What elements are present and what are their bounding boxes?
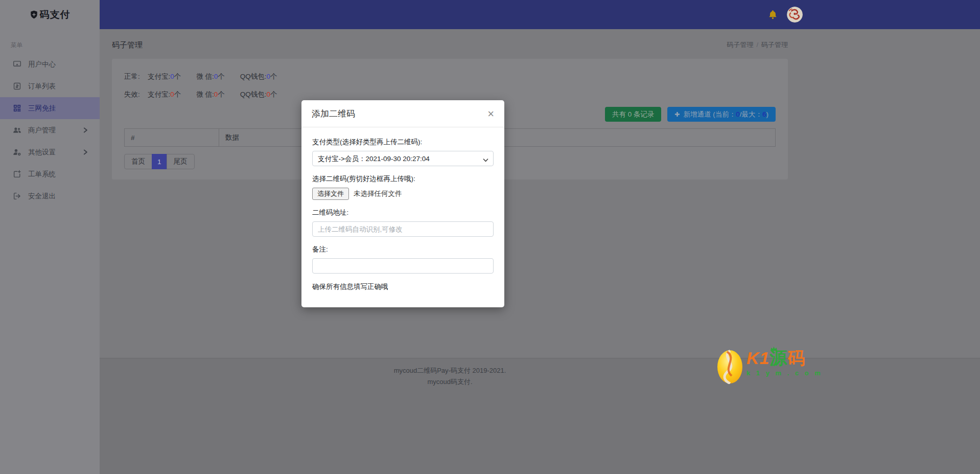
pagination-last[interactable]: 尾页: [167, 154, 195, 169]
crown-icon: [770, 344, 778, 349]
qrcode-icon: [13, 104, 21, 112]
note-label: 备注:: [312, 245, 494, 254]
sidebar-item-label: 其他设置: [28, 148, 56, 157]
stat-alipay: 支付宝:0个: [148, 72, 181, 81]
pay-type-label: 支付类型(选择好类型再上传二维码):: [312, 138, 494, 147]
qr-address-label: 二维码地址:: [312, 208, 494, 217]
sidebar-item-label: 用户中心: [28, 60, 56, 69]
sidebar-item-three-net[interactable]: 三网免挂: [0, 97, 100, 119]
chevron-right-icon: [83, 149, 88, 154]
stat-wechat: 微 信:0个: [196, 72, 225, 81]
ticket-icon: [13, 170, 21, 178]
app-logo-text: 码支付: [40, 8, 71, 21]
pay-type-select[interactable]: 支付宝->会员：2021-09-30 20:27:04: [312, 151, 494, 166]
choose-file-button[interactable]: 选择文件: [312, 188, 349, 200]
modal-hint-text: 确保所有信息填写正确哦: [312, 282, 494, 291]
pagination: 首页 1 尾页: [124, 154, 195, 169]
stat-qq-count: 0: [267, 73, 271, 80]
sidebar-item-user-center[interactable]: 用户中心: [0, 53, 100, 75]
footer-line-2: mycoud码支付.: [112, 376, 788, 388]
qr-select-label: 选择二维码(剪切好边框再上传哦):: [312, 174, 494, 184]
user-avatar[interactable]: [787, 7, 803, 22]
watermark: K1源码 k 1 y m . c o m: [717, 348, 823, 384]
sidebar-item-other-settings[interactable]: 其他设置: [0, 141, 100, 163]
max-channel-count: 6: [762, 110, 766, 118]
monitor-icon: [13, 60, 21, 69]
stat-alipay: 支付宝:0个: [148, 90, 181, 99]
stats-row-invalid: 失效: 支付宝:0个 微 信:0个 QQ钱包:0个: [124, 89, 776, 100]
stats-row-normal: 正常: 支付宝:0个 微 信:0个 QQ钱包:0个: [124, 71, 776, 82]
breadcrumb-parent[interactable]: 码子管理: [727, 41, 753, 49]
stat-qq: QQ钱包:0个: [240, 72, 277, 81]
add-qrcode-modal: 添加二维码 × 支付类型(选择好类型再上传二维码): 支付宝->会员：2021-…: [301, 100, 504, 307]
sidebar-item-label: 工单系统: [28, 170, 56, 179]
stat-qq-count: 0: [267, 91, 271, 98]
sidebar-item-merchants[interactable]: 商户管理: [0, 119, 100, 141]
file-status-text: 未选择任何文件: [354, 189, 402, 198]
stat-row-label: 正常:: [124, 72, 148, 81]
watermark-domain: k 1 y m . c o m: [746, 369, 823, 377]
footer: mycoud二维码Pay-码支付 2019-2021. mycoud码支付.: [100, 358, 980, 474]
sidebar-item-label: 商户管理: [28, 126, 56, 135]
breadcrumb-separator: /: [756, 41, 758, 49]
breadcrumb-current: 码子管理: [761, 41, 788, 49]
sidebar: 码支付 菜单 用户中心 订单列表 三网免挂 商户管理: [0, 0, 100, 474]
note-input[interactable]: [312, 258, 494, 274]
stat-qq: QQ钱包:0个: [240, 90, 277, 99]
shield-star-icon: [30, 10, 38, 19]
sidebar-item-label: 三网免挂: [28, 104, 56, 113]
sidebar-item-label: 安全退出: [28, 192, 56, 201]
chevron-right-icon: [83, 127, 88, 132]
app-window: 码支付 菜单 用户中心 订单列表 三网免挂 商户管理: [0, 0, 980, 474]
watermark-brand: K1源码: [746, 348, 823, 368]
stat-alipay-count: 0: [170, 73, 174, 80]
sidebar-item-label: 订单列表: [28, 82, 56, 91]
sidebar-item-logout[interactable]: 安全退出: [0, 185, 100, 207]
menu-section-label: 菜单: [11, 41, 100, 49]
stat-row-label: 失效:: [124, 90, 148, 99]
records-count-button[interactable]: 共有 0 条记录: [605, 107, 662, 122]
qr-address-input[interactable]: [312, 221, 494, 237]
close-icon[interactable]: ×: [487, 109, 494, 119]
current-channel-count: 0: [736, 110, 740, 118]
avatar-image: [787, 7, 803, 22]
main-content: 码子管理 码子管理/码子管理 正常: 支付宝:0个 微 信:0个 QQ钱包:0个…: [100, 29, 980, 474]
merchants-icon: [13, 126, 21, 134]
footer-line-1: mycoud二维码Pay-码支付 2019-2021.: [112, 365, 788, 376]
pagination-first[interactable]: 首页: [124, 154, 152, 169]
user-gear-icon: [13, 148, 21, 156]
pagination-page-1[interactable]: 1: [152, 154, 167, 169]
app-logo[interactable]: 码支付: [0, 0, 100, 29]
stat-alipay-count: 0: [170, 91, 174, 98]
column-header-index: #: [125, 129, 219, 147]
logout-icon: [13, 192, 21, 200]
breadcrumb: 码子管理/码子管理: [727, 40, 788, 50]
page-title: 码子管理: [112, 40, 143, 50]
plus-icon: [674, 111, 680, 117]
stat-wechat: 微 信:0个: [196, 90, 225, 99]
order-list-icon: [13, 82, 21, 91]
sidebar-item-ticket-system[interactable]: 工单系统: [0, 163, 100, 185]
top-header: [100, 0, 980, 29]
k1-egg-logo-icon: [717, 350, 743, 384]
modal-title: 添加二维码: [312, 108, 355, 120]
add-channel-button[interactable]: 新增通道 (当前：0/最大：6): [667, 107, 776, 122]
bell-icon[interactable]: [768, 10, 778, 19]
sidebar-item-order-list[interactable]: 订单列表: [0, 75, 100, 97]
add-channel-label: 新增通道 (当前：0/最大：6): [683, 110, 768, 119]
